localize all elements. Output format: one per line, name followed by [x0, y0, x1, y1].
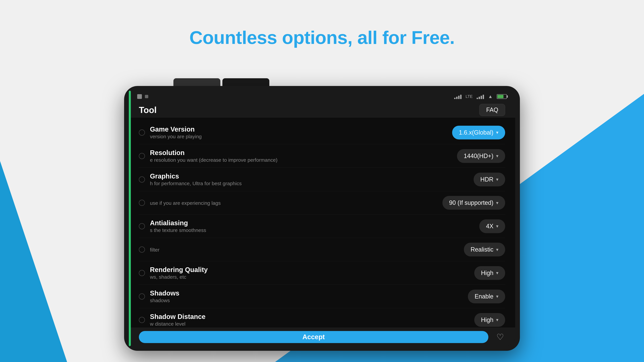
setting-dropdown-rendering-quality[interactable]: High ▾: [474, 266, 505, 280]
setting-row-antialiasing: Antialiasings the texture smoothness4X ▾: [139, 215, 505, 238]
setting-control-filter: Realistic ▾: [464, 243, 505, 256]
chevron-icon: ▾: [496, 270, 498, 276]
app-title: Tool: [139, 105, 157, 115]
setting-text-graphics: Graphicsh for performance, Ultra for bes…: [150, 172, 467, 186]
setting-radio-resolution[interactable]: [139, 153, 145, 159]
chevron-icon: ▾: [496, 317, 498, 323]
setting-left-rendering-quality: Rendering Qualityws, shaders, etc: [139, 266, 468, 280]
setting-desc-fps: use if you are experiencing lags: [150, 200, 385, 206]
setting-radio-graphics[interactable]: [139, 176, 145, 183]
setting-left-shadow-distance: Shadow Distancew distance level: [139, 313, 468, 327]
setting-title-resolution: Resolution: [150, 149, 450, 157]
setting-desc-filter: filter: [150, 247, 385, 253]
setting-control-resolution: 1440(HD+) ▾: [457, 149, 505, 163]
device-frame: LTE ▲: [124, 86, 520, 351]
setting-row-rendering-quality: Rendering Qualityws, shaders, etcHigh ▾: [139, 261, 505, 285]
setting-left-resolution: Resolutione resolution you want (decreas…: [139, 149, 450, 163]
setting-title-rendering-quality: Rendering Quality: [150, 266, 468, 274]
chevron-icon: ▾: [496, 130, 498, 135]
device-screen: LTE ▲: [129, 91, 515, 346]
network-type: LTE: [466, 94, 472, 99]
setting-radio-rendering-quality[interactable]: [139, 270, 145, 276]
setting-radio-filter[interactable]: [139, 247, 145, 253]
status-bar: LTE ▲: [129, 91, 515, 102]
setting-title-shadow-distance: Shadow Distance: [150, 313, 468, 321]
app-header: Tool FAQ: [129, 102, 515, 117]
status-right: LTE ▲: [454, 94, 507, 99]
setting-radio-shadows[interactable]: [139, 294, 145, 300]
setting-dropdown-fps[interactable]: 90 (If supported) ▾: [442, 196, 505, 210]
battery-tip: [507, 95, 508, 98]
setting-dropdown-resolution[interactable]: 1440(HD+) ▾: [457, 149, 505, 163]
setting-text-antialiasing: Antialiasings the texture smoothness: [150, 219, 472, 233]
setting-desc-rendering-quality: ws, shaders, etc: [150, 274, 385, 280]
chevron-icon: ▾: [496, 223, 498, 229]
setting-control-shadows: Enable ▾: [468, 290, 505, 303]
setting-dropdown-filter[interactable]: Realistic ▾: [464, 243, 505, 256]
setting-text-game-version: Game Versionversion you are playing: [150, 125, 446, 139]
setting-left-shadows: Shadowsshadows: [139, 290, 461, 303]
settings-content: Game Versionversion you are playing1.6.x…: [129, 117, 515, 328]
setting-control-fps: 90 (If supported) ▾: [442, 196, 505, 210]
setting-radio-game-version[interactable]: [139, 130, 145, 136]
setting-desc-graphics: h for performance, Ultra for best graphi…: [150, 181, 385, 186]
bar2: [456, 97, 458, 99]
green-accent-strip: [129, 91, 131, 346]
chevron-icon: ▾: [496, 177, 498, 182]
setting-title-graphics: Graphics: [150, 172, 467, 180]
setting-control-rendering-quality: High ▾: [474, 266, 505, 280]
faq-button[interactable]: FAQ: [479, 104, 505, 116]
setting-left-filter: filter: [139, 246, 457, 253]
hero-heading: Countless options, all for Free.: [189, 27, 455, 48]
battery-fill: [498, 95, 504, 98]
chevron-icon: ▾: [496, 200, 498, 206]
setting-text-resolution: Resolutione resolution you want (decreas…: [150, 149, 450, 163]
setting-left-graphics: Graphicsh for performance, Ultra for bes…: [139, 172, 467, 186]
bar4: [483, 95, 484, 99]
setting-control-graphics: HDR ▾: [474, 173, 505, 186]
menu-icon: [145, 95, 148, 98]
chevron-icon: ▾: [496, 294, 498, 299]
bottom-bar: Accept ♡: [129, 328, 515, 346]
wifi-icon: ▲: [488, 94, 493, 99]
setting-text-rendering-quality: Rendering Qualityws, shaders, etc: [150, 266, 468, 280]
setting-dropdown-shadows[interactable]: Enable ▾: [468, 290, 505, 303]
signal-bars-1: [454, 94, 462, 99]
bar1: [454, 98, 456, 99]
bar3: [458, 96, 460, 99]
setting-row-shadow-distance: Shadow Distancew distance levelHigh ▾: [139, 308, 505, 328]
setting-title-antialiasing: Antialiasing: [150, 219, 472, 227]
setting-row-game-version: Game Versionversion you are playing1.6.x…: [139, 121, 505, 144]
setting-radio-shadow-distance[interactable]: [139, 317, 145, 323]
setting-row-shadows: ShadowsshadowsEnable ▾: [139, 285, 505, 308]
setting-control-antialiasing: 4X ▾: [479, 219, 505, 233]
setting-text-fps: use if you are experiencing lags: [150, 200, 436, 206]
bar2: [479, 97, 480, 99]
setting-desc-resolution: e resolution you want (decrease to impro…: [150, 157, 385, 163]
setting-left-game-version: Game Versionversion you are playing: [139, 125, 446, 139]
setting-radio-antialiasing[interactable]: [139, 223, 145, 229]
setting-row-graphics: Graphicsh for performance, Ultra for bes…: [139, 168, 505, 191]
setting-desc-shadows: shadows: [150, 298, 385, 303]
setting-radio-fps[interactable]: [139, 200, 145, 206]
setting-dropdown-graphics[interactable]: HDR ▾: [474, 173, 505, 186]
setting-title-game-version: Game Version: [150, 125, 446, 133]
setting-row-fps: use if you are experiencing lags90 (If s…: [139, 191, 505, 215]
setting-left-fps: use if you are experiencing lags: [139, 200, 436, 206]
favorite-button[interactable]: ♡: [495, 332, 505, 342]
setting-title-shadows: Shadows: [150, 290, 461, 297]
setting-dropdown-game-version[interactable]: 1.6.x(Global) ▾: [452, 126, 505, 139]
setting-dropdown-antialiasing[interactable]: 4X ▾: [479, 219, 505, 233]
setting-dropdown-shadow-distance[interactable]: High ▾: [474, 313, 505, 327]
setting-row-resolution: Resolutione resolution you want (decreas…: [139, 144, 505, 168]
setting-text-filter: filter: [150, 246, 457, 253]
accept-button[interactable]: Accept: [139, 331, 488, 343]
chevron-icon: ▾: [496, 247, 498, 252]
signal-bars-2: [477, 94, 484, 99]
setting-desc-shadow-distance: w distance level: [150, 321, 385, 327]
setting-text-shadow-distance: Shadow Distancew distance level: [150, 313, 468, 327]
page-container: Countless options, all for Free.: [0, 0, 644, 362]
setting-row-filter: filterRealistic ▾: [139, 238, 505, 261]
setting-left-antialiasing: Antialiasings the texture smoothness: [139, 219, 472, 233]
setting-control-shadow-distance: High ▾: [474, 313, 505, 327]
